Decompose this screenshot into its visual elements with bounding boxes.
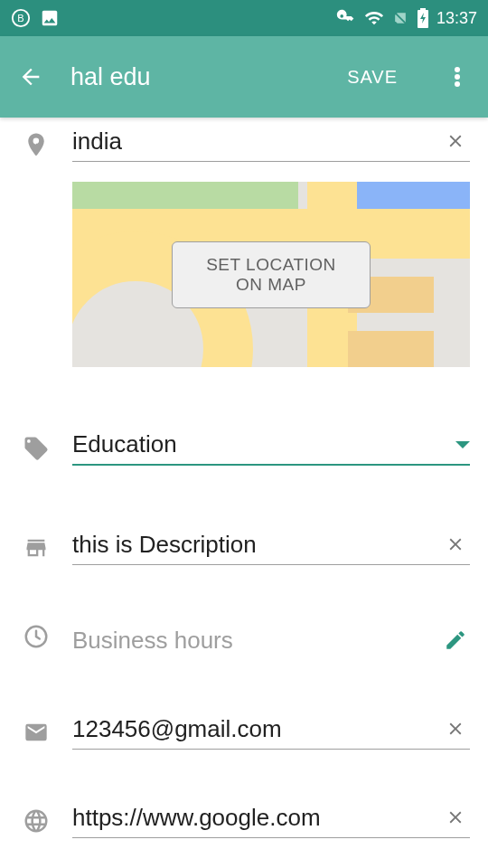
svg-rect-4 — [420, 8, 426, 10]
description-input-line — [72, 530, 470, 565]
email-input-line — [72, 714, 470, 750]
globe-icon — [18, 803, 54, 839]
svg-text:B: B — [17, 13, 23, 24]
store-icon — [18, 530, 54, 566]
map-decor — [72, 182, 298, 209]
clear-website-button[interactable] — [441, 803, 470, 832]
battery-charging-icon — [417, 8, 429, 28]
close-icon — [446, 719, 465, 739]
pencil-icon — [444, 628, 467, 652]
chevron-down-icon — [455, 441, 470, 448]
edit-hours-button[interactable] — [441, 626, 470, 655]
website-input[interactable] — [72, 804, 441, 832]
clear-email-button[interactable] — [441, 714, 470, 743]
clock-icon — [18, 618, 54, 655]
website-input-line — [72, 803, 470, 838]
status-right: 13:37 — [335, 7, 477, 29]
email-icon — [18, 714, 54, 750]
location-pin-icon — [18, 127, 54, 163]
map-decor — [352, 182, 470, 209]
description-input[interactable] — [72, 531, 441, 559]
vpn-key-icon — [335, 7, 357, 29]
svg-point-6 — [455, 74, 460, 80]
svg-point-7 — [455, 81, 460, 87]
location-row: SET LOCATION ON MAP — [18, 127, 470, 367]
status-left: B — [11, 8, 60, 28]
image-notification-icon — [40, 8, 60, 28]
arrow-back-icon — [18, 64, 43, 90]
website-row — [18, 803, 470, 839]
category-row: Education — [18, 430, 470, 467]
b-circle-icon: B — [11, 8, 31, 28]
more-options-button[interactable] — [445, 66, 470, 88]
set-location-button[interactable]: SET LOCATION ON MAP — [172, 241, 371, 308]
close-icon — [446, 534, 465, 554]
status-time: 13:37 — [436, 9, 477, 28]
back-button[interactable] — [18, 64, 43, 90]
wifi-icon — [364, 8, 384, 28]
close-icon — [446, 807, 465, 827]
svg-point-5 — [455, 67, 460, 72]
location-input-line — [72, 127, 470, 162]
clear-description-button[interactable] — [441, 530, 470, 559]
email-input[interactable] — [72, 715, 441, 743]
category-dropdown[interactable]: Education — [72, 430, 470, 466]
form-content: SET LOCATION ON MAP Education — [0, 127, 488, 857]
map-decor — [348, 331, 434, 367]
page-title: hal edu — [70, 63, 316, 91]
category-value: Education — [72, 430, 455, 458]
status-bar: B 13:37 — [0, 0, 488, 36]
save-button[interactable]: SAVE — [343, 60, 401, 95]
more-vert-icon — [455, 66, 460, 88]
business-hours-row: Business hours — [18, 618, 470, 662]
business-hours-label: Business hours — [72, 627, 441, 655]
app-bar: hal edu SAVE — [0, 36, 488, 118]
location-input[interactable] — [72, 127, 441, 156]
map-preview[interactable]: SET LOCATION ON MAP — [72, 182, 470, 367]
close-icon — [446, 131, 465, 151]
no-sim-icon — [391, 9, 409, 27]
tag-icon — [18, 430, 54, 467]
clear-location-button[interactable] — [441, 127, 470, 156]
email-row — [18, 714, 470, 750]
description-row — [18, 530, 470, 566]
